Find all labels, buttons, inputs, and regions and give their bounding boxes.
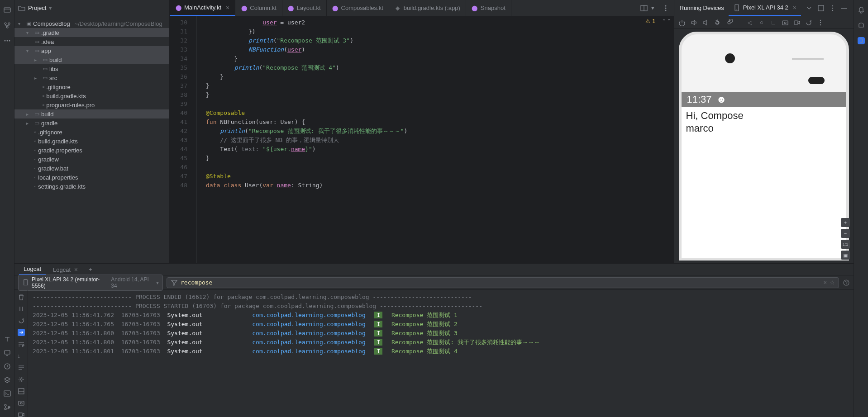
device-content[interactable]: Hi, Compose marco [682, 107, 846, 258]
log-line[interactable]: 2023-12-05 11:36:41.800 16703-16703 Syst… [33, 338, 849, 347]
window-icon[interactable] [817, 5, 825, 12]
back-icon[interactable]: ◁ [746, 19, 754, 26]
logcat-output[interactable]: ---------------------------- PROCESS END… [28, 290, 854, 417]
tree-item[interactable]: ▫.gitignore [14, 128, 169, 137]
tree-item[interactable]: ▸▭src [14, 73, 169, 82]
soft-wrap-icon[interactable] [18, 364, 25, 371]
log-line[interactable]: ---------------------------- PROCESS STA… [33, 302, 849, 311]
text-tool-icon[interactable] [4, 336, 11, 343]
log-line[interactable]: 2023-12-05 11:36:41.765 16703-16703 Syst… [33, 320, 849, 329]
more-vertical-icon[interactable] [829, 5, 836, 12]
log-line[interactable]: 2023-12-05 11:36:41.762 16703-16703 Syst… [33, 311, 849, 320]
code-line[interactable]: }) [206, 27, 673, 36]
wrap-icon[interactable] [18, 341, 25, 348]
tree-item[interactable]: ▭.idea [14, 37, 169, 46]
zoom-out-button[interactable]: − [841, 229, 850, 238]
restart-log-icon[interactable] [18, 317, 25, 324]
settings-icon[interactable] [18, 376, 25, 383]
rotate-right-icon[interactable] [725, 19, 733, 26]
more-tool-icon[interactable] [4, 37, 11, 44]
tree-item[interactable]: ▭libs [14, 64, 169, 73]
code-lines[interactable]: user = user2 }) println("Recompose 范围测试 … [197, 16, 673, 263]
expand-icon[interactable] [806, 5, 813, 12]
close-icon[interactable]: × [793, 4, 796, 11]
code-line[interactable]: } [206, 54, 673, 63]
zoom-fit-button[interactable]: ▣ [841, 251, 850, 260]
record-log-icon[interactable] [18, 411, 25, 417]
filter-input[interactable] [181, 279, 820, 286]
tree-item[interactable]: ▫gradlew [14, 155, 169, 164]
more-vertical-icon[interactable] [662, 5, 669, 12]
logcat-tab-1[interactable]: Logcat [19, 264, 46, 275]
log-line[interactable]: 2023-12-05 11:36:41.801 16703-16703 Syst… [33, 347, 849, 356]
prev-icon[interactable]: ↓ [18, 352, 25, 360]
screenshot-log-icon[interactable] [18, 399, 25, 407]
tree-item[interactable]: ▾▭.gradle [14, 28, 169, 37]
minimize-icon[interactable]: — [841, 5, 848, 12]
tree-item[interactable]: ▸▭build [14, 55, 169, 64]
record-icon[interactable] [793, 19, 801, 26]
editor-tab[interactable]: ⬤Column.kt [235, 0, 282, 16]
star-icon[interactable]: ☆ [830, 279, 835, 286]
clear-icon[interactable]: × [823, 279, 827, 286]
editor-tab[interactable]: ⬤Composables.kt [327, 0, 389, 16]
split-log-icon[interactable] [18, 388, 25, 395]
code-editor[interactable]: 30313233343536373839404142434445464748 u… [170, 16, 673, 263]
code-line[interactable]: @Composable [206, 109, 673, 118]
tree-item[interactable]: ▫gradlew.bat [14, 164, 169, 173]
device-frame[interactable]: 11:37 ☻ Hi, Compose marco [679, 32, 849, 261]
editor-tab[interactable]: ⬤Layout.kt [282, 0, 327, 16]
screenshot-icon[interactable] [782, 19, 789, 26]
project-tool-icon[interactable] [4, 6, 11, 14]
code-line[interactable]: data class User(var name: String) [206, 181, 673, 190]
code-line[interactable]: NBFunction(user) [206, 45, 673, 54]
log-line[interactable]: ---------------------------- PROCESS END… [33, 293, 849, 302]
volume-up-icon[interactable] [690, 19, 697, 26]
more-vertical-icon[interactable] [817, 19, 824, 26]
tree-root[interactable]: ▾ ▣ ComposeBlog ~/Desktop/learning/Compo… [14, 19, 169, 28]
volume-down-icon[interactable] [702, 19, 709, 26]
code-line[interactable]: user = user2 [206, 18, 673, 27]
editor-tab[interactable]: ⬤Snapshot [466, 0, 511, 16]
gradle-icon[interactable] [858, 22, 865, 29]
add-tab-button[interactable]: + [85, 266, 96, 273]
power-icon[interactable] [678, 19, 686, 26]
tree-item[interactable]: ▫settings.gradle.kts [14, 182, 169, 191]
run-tool-icon[interactable] [4, 349, 11, 356]
tree-item[interactable]: ▫proguard-rules.pro [14, 100, 169, 109]
editor-tab[interactable]: ⬤MainActivity.kt× [170, 0, 235, 16]
device-tab[interactable]: Pixel XL API 34 2 × [729, 0, 801, 16]
split-icon[interactable] [640, 5, 648, 12]
close-icon[interactable]: × [226, 4, 229, 11]
inspect-tool-icon[interactable] [4, 376, 11, 384]
close-icon[interactable]: × [74, 266, 78, 273]
code-line[interactable]: } [206, 72, 673, 81]
code-line[interactable]: @Stable [206, 172, 673, 181]
code-line[interactable]: } [206, 154, 673, 163]
overview-icon[interactable]: □ [770, 19, 777, 26]
code-line[interactable] [206, 100, 673, 109]
code-line[interactable]: Text( text: "${user.name}") [206, 145, 673, 154]
structure-tool-icon[interactable] [4, 22, 11, 29]
logcat-tab-2[interactable]: Logcat × [48, 264, 82, 275]
clear-log-icon[interactable] [18, 294, 25, 301]
code-line[interactable]: println("Recompose 范围测试 4") [206, 63, 673, 72]
home-icon[interactable]: ○ [758, 19, 765, 26]
log-line[interactable]: 2023-12-05 11:36:41.800 16703-16703 Syst… [33, 329, 849, 338]
code-line[interactable]: } [206, 90, 673, 100]
tree-item[interactable]: ▾▭app [14, 46, 169, 55]
device-manager-icon[interactable] [858, 37, 865, 44]
code-line[interactable]: println("Recompose 范围测试 3") [206, 36, 673, 45]
help-icon[interactable] [843, 279, 850, 286]
tree-item[interactable]: ▫build.gradle.kts [14, 137, 169, 146]
code-line[interactable]: // 这里面干了很多 NB 的事，逻辑量特别大 [206, 136, 673, 145]
device-selector[interactable]: Pixel XL API 34 2 (emulator-5556) Androi… [18, 275, 163, 291]
code-line[interactable]: println("Recompose 范围测试: 我干了很多消耗性能的事～～～"… [206, 127, 673, 136]
problems-tool-icon[interactable] [4, 363, 11, 370]
zoom-reset-button[interactable]: 1:1 [841, 240, 850, 249]
code-line[interactable]: fun NBFunction(user: User) { [206, 118, 673, 127]
editor-tab[interactable]: ◆build.gradle.kts (:app) [389, 0, 466, 16]
tree-item[interactable]: ▫.gitignore [14, 82, 169, 91]
tree-item[interactable]: ▫gradle.properties [14, 146, 169, 155]
tree-item[interactable]: ▫local.properties [14, 173, 169, 182]
